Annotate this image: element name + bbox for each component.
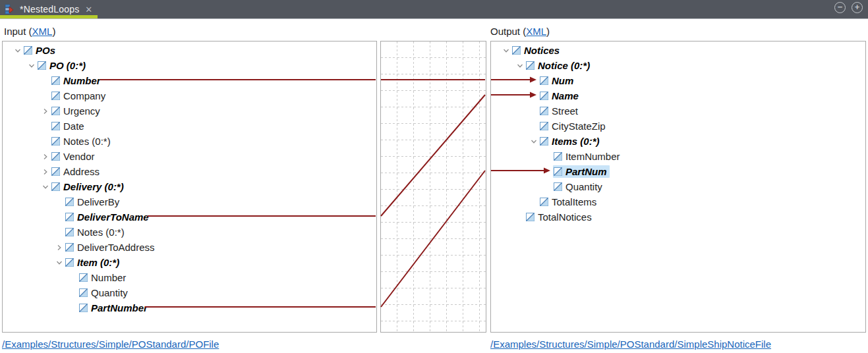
tree-item-label: Number bbox=[63, 75, 101, 86]
chevron-spacer bbox=[40, 122, 51, 130]
tree-item-label: PO (0:*) bbox=[49, 60, 86, 71]
close-tab-icon[interactable]: ✕ bbox=[85, 5, 92, 14]
tree-item-delivertoname[interactable]: DeliverToName bbox=[3, 209, 376, 225]
xml-element-icon[interactable] bbox=[79, 304, 88, 312]
tree-item-date[interactable]: Date bbox=[3, 119, 376, 134]
xml-element-icon[interactable] bbox=[24, 46, 32, 55]
xml-element-icon[interactable] bbox=[51, 107, 60, 115]
xml-element-icon[interactable] bbox=[79, 288, 88, 297]
xml-element-icon[interactable] bbox=[38, 61, 46, 70]
xml-element-icon[interactable] bbox=[51, 152, 60, 161]
tree-item-delivery-0[interactable]: Delivery (0:*) bbox=[3, 179, 376, 194]
tree-item-name[interactable]: Name bbox=[491, 88, 865, 103]
chevron-expanded-icon[interactable] bbox=[515, 62, 525, 70]
output-xml-link[interactable]: XML bbox=[526, 26, 546, 37]
chevron-spacer bbox=[54, 229, 65, 236]
xml-element-icon[interactable] bbox=[51, 122, 60, 130]
tree-item-totalitems[interactable]: TotalItems bbox=[491, 194, 865, 209]
tree-item-num[interactable]: Num bbox=[491, 73, 865, 88]
tree-item-items-0[interactable]: Items (0:*) bbox=[491, 134, 865, 149]
chevron-spacer bbox=[40, 92, 51, 100]
chevron-spacer bbox=[529, 122, 539, 130]
xml-element-icon[interactable] bbox=[554, 167, 562, 176]
chevron-collapsed-icon[interactable] bbox=[40, 107, 51, 115]
chevron-expanded-icon[interactable] bbox=[501, 47, 511, 55]
xml-element-icon[interactable] bbox=[540, 122, 548, 130]
chevron-expanded-icon[interactable] bbox=[13, 47, 23, 55]
tree-item-number[interactable]: Number bbox=[3, 270, 376, 285]
xml-element-icon[interactable] bbox=[526, 61, 535, 70]
output-file-link[interactable]: /Examples/Structures/Simple/POStandard/S… bbox=[490, 339, 771, 350]
tree-item-item-0[interactable]: Item (0:*) bbox=[3, 255, 376, 270]
chevron-expanded-icon[interactable] bbox=[26, 62, 37, 70]
chevron-expanded-icon[interactable] bbox=[54, 259, 65, 267]
tree-item-street[interactable]: Street bbox=[491, 103, 865, 119]
xml-element-icon[interactable] bbox=[540, 137, 548, 146]
node-box: Num bbox=[539, 74, 576, 87]
tree-item-partnumber[interactable]: PartNumber bbox=[3, 300, 376, 315]
xml-element-icon[interactable] bbox=[51, 137, 60, 146]
xml-element-icon[interactable] bbox=[79, 273, 88, 282]
tree-item-label: POs bbox=[36, 45, 55, 56]
tab-nestedloops[interactable]: *NestedLoops ✕ bbox=[0, 0, 98, 18]
chevron-spacer bbox=[54, 198, 65, 206]
tree-item-label: DeliverToAddress bbox=[77, 242, 155, 253]
xml-element-icon[interactable] bbox=[540, 92, 548, 100]
xml-element-icon[interactable] bbox=[51, 182, 60, 191]
tree-item-number[interactable]: Number bbox=[3, 73, 376, 88]
node-box: Notes (0:*) bbox=[51, 135, 113, 148]
xml-element-icon[interactable] bbox=[526, 213, 535, 221]
tree-item-vendor[interactable]: Vendor bbox=[3, 149, 376, 164]
chevron-spacer bbox=[542, 168, 553, 176]
tree-item-notice-0[interactable]: Notice (0:*) bbox=[491, 58, 865, 73]
chevron-collapsed-icon[interactable] bbox=[40, 153, 51, 161]
input-xml-link[interactable]: XML bbox=[32, 26, 53, 37]
xml-element-icon[interactable] bbox=[540, 107, 548, 115]
tree-item-label: CityStateZip bbox=[552, 121, 606, 132]
mapforce-mapping-window: *NestedLoops ✕ − + Input (XML) Output (X… bbox=[0, 0, 868, 353]
chevron-expanded-icon[interactable] bbox=[40, 183, 51, 191]
xml-element-icon[interactable] bbox=[65, 198, 74, 206]
xml-element-icon[interactable] bbox=[51, 92, 60, 100]
xml-element-icon[interactable] bbox=[65, 258, 74, 267]
tree-item-citystatezip[interactable]: CityStateZip bbox=[491, 119, 865, 134]
xml-element-icon[interactable] bbox=[554, 182, 562, 191]
xml-element-icon[interactable] bbox=[65, 228, 74, 236]
tree-item-notices[interactable]: Notices bbox=[491, 43, 865, 58]
tree-item-label: Num bbox=[552, 75, 573, 86]
tree-item-deliverby[interactable]: DeliverBy bbox=[3, 194, 376, 209]
xml-element-icon[interactable] bbox=[554, 152, 562, 161]
tree-item-address[interactable]: Address bbox=[3, 164, 376, 179]
chevron-expanded-icon[interactable] bbox=[529, 138, 539, 146]
xml-element-icon[interactable] bbox=[51, 76, 60, 85]
xml-element-icon[interactable] bbox=[540, 76, 548, 85]
input-file-link[interactable]: /Examples/Structures/Simple/POStandard/P… bbox=[2, 339, 219, 350]
chevron-spacer bbox=[40, 138, 51, 146]
chevron-collapsed-icon[interactable] bbox=[40, 168, 51, 176]
tree-item-urgency[interactable]: Urgency bbox=[3, 103, 376, 119]
tree-item-label: Name bbox=[552, 90, 579, 101]
zoom-out-button[interactable]: − bbox=[834, 2, 846, 13]
tree-item-partnum[interactable]: PartNum bbox=[491, 164, 865, 179]
tree-item-notes-0[interactable]: Notes (0:*) bbox=[3, 134, 376, 149]
tree-item-quantity[interactable]: Quantity bbox=[491, 179, 865, 194]
node-box: TotalItems bbox=[539, 196, 599, 208]
tree-item-label: Company bbox=[63, 90, 105, 101]
chevron-collapsed-icon[interactable] bbox=[54, 244, 65, 252]
xml-element-icon[interactable] bbox=[51, 167, 60, 176]
xml-element-icon[interactable] bbox=[512, 46, 521, 55]
zoom-in-button[interactable]: + bbox=[852, 2, 863, 13]
node-box: Notice (0:*) bbox=[525, 59, 593, 72]
mapping-grid-panel[interactable] bbox=[380, 41, 486, 333]
tree-item-itemnumber[interactable]: ItemNumber bbox=[491, 149, 865, 164]
xml-element-icon[interactable] bbox=[65, 213, 74, 221]
tree-item-company[interactable]: Company bbox=[3, 88, 376, 103]
tree-item-quantity[interactable]: Quantity bbox=[3, 285, 376, 300]
tree-item-notes-0[interactable]: Notes (0:*) bbox=[3, 225, 376, 240]
tree-item-totalnotices[interactable]: TotalNotices bbox=[491, 209, 865, 225]
xml-element-icon[interactable] bbox=[540, 198, 548, 206]
tree-item-delivertoaddress[interactable]: DeliverToAddress bbox=[3, 240, 376, 255]
tree-item-po-0[interactable]: PO (0:*) bbox=[3, 58, 376, 73]
tree-item-pos[interactable]: POs bbox=[3, 43, 376, 58]
xml-element-icon[interactable] bbox=[65, 243, 74, 252]
